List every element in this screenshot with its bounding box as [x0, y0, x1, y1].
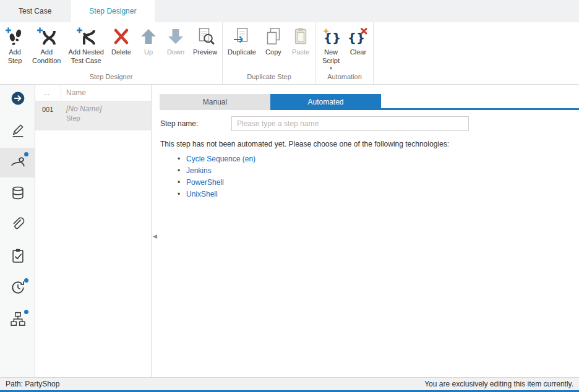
sidebar-item-history[interactable]: [0, 274, 35, 304]
ribbon-toolbar: Add Step Add Condition: [0, 22, 579, 85]
down-label: Down: [167, 48, 184, 57]
up-button: Up: [135, 22, 162, 57]
step-editor-panel: Manual Automated Step name: This step ha…: [152, 85, 579, 377]
ribbon-group-step-designer: Add Step Add Condition: [0, 22, 223, 84]
step-name-input[interactable]: [231, 116, 469, 131]
automation-message: This step has not been automated yet. Pl…: [160, 140, 579, 148]
technology-list: Cycle Sequence (en) Jenkins PowerShell U…: [178, 155, 579, 198]
dropdown-caret-icon[interactable]: ▾: [330, 66, 332, 70]
clear-button[interactable]: {} Clear: [345, 22, 372, 57]
status-bar: Path: PartyShop You are exclusively edit…: [0, 377, 579, 390]
copy-icon: [264, 27, 283, 46]
column-header-name: Name: [61, 88, 86, 97]
collapse-panel-arrow-icon[interactable]: ◀: [153, 233, 157, 239]
notification-dot: [24, 152, 28, 156]
paste-button: Paste: [287, 22, 314, 57]
ribbon-group-label-step-designer: Step Designer: [1, 73, 221, 84]
down-arrow-icon: [166, 27, 186, 46]
attachment-paperclip-icon: [10, 216, 26, 235]
duplicate-icon: [232, 27, 252, 46]
technology-item: PowerShell: [178, 178, 579, 187]
ribbon-group-duplicate-step: Duplicate Copy: [223, 22, 316, 84]
copy-button[interactable]: Copy: [260, 22, 287, 57]
tab-step-designer[interactable]: Step Designer: [71, 0, 155, 22]
clear-icon: {}: [348, 27, 368, 46]
clear-label: Clear: [350, 48, 366, 57]
sidebar-item-overview[interactable]: [0, 85, 35, 114]
tab-automated[interactable]: Automated: [270, 94, 381, 110]
up-label: Up: [144, 48, 153, 57]
step-number: 001: [35, 101, 61, 130]
delete-button[interactable]: Delete: [108, 22, 135, 57]
edit-pencil-icon: [10, 122, 26, 140]
technology-item: UnixShell: [178, 190, 579, 198]
step-row[interactable]: 001 [No Name] Step: [35, 101, 151, 130]
new-script-icon: {}: [321, 27, 341, 46]
technology-item: Jenkins: [178, 166, 579, 175]
history-clock-icon: [10, 279, 26, 298]
ribbon-group-automation: {} New Script ▾ {} Clear: [316, 22, 374, 84]
add-step-label: Add Step: [8, 48, 22, 66]
tab-underline: [381, 94, 579, 110]
preview-label: Preview: [193, 48, 217, 57]
status-editing-message: You are exclusively editing this item cu…: [424, 380, 573, 388]
test-steps-icon: [10, 153, 26, 172]
add-nested-test-case-label: Add Nested Test Case: [68, 48, 103, 66]
sidebar-item-steps[interactable]: [0, 148, 35, 177]
step-mode-tabs: Manual Automated: [152, 94, 579, 110]
ribbon-group-label-duplicate-step: Duplicate Step: [224, 73, 314, 84]
sidebar-item-hierarchy[interactable]: [0, 305, 35, 335]
technology-link-jenkins[interactable]: Jenkins: [186, 166, 212, 175]
add-nested-test-case-button[interactable]: Add Nested Test Case: [64, 22, 107, 66]
add-condition-button[interactable]: Add Condition: [28, 22, 64, 66]
left-icon-sidebar: [0, 85, 35, 377]
database-icon: [10, 185, 26, 203]
technology-link-cycle-sequence[interactable]: Cycle Sequence (en): [186, 155, 255, 163]
add-step-icon: [5, 27, 25, 46]
technology-item: Cycle Sequence (en): [178, 155, 579, 163]
add-condition-label: Add Condition: [32, 48, 61, 66]
circle-arrow-icon: [10, 90, 26, 109]
up-arrow-icon: [139, 27, 158, 46]
sidebar-item-attachments[interactable]: [0, 211, 35, 241]
tab-test-case[interactable]: Test Case: [0, 0, 71, 22]
delete-icon: [111, 27, 131, 46]
sidebar-item-tasks[interactable]: [0, 242, 35, 272]
new-script-button[interactable]: {} New Script ▾: [317, 22, 345, 70]
tab-manual[interactable]: Manual: [160, 94, 270, 110]
main-region: ... Name 001 [No Name] Step Manual Autom…: [0, 85, 579, 377]
technology-link-powershell[interactable]: PowerShell: [186, 178, 224, 187]
sidebar-item-data[interactable]: [0, 179, 35, 209]
paste-icon: [291, 27, 311, 46]
steps-grid: ... Name 001 [No Name] Step: [35, 85, 152, 377]
paste-label: Paste: [292, 48, 309, 57]
copy-label: Copy: [265, 48, 281, 57]
notification-dot: [24, 278, 28, 283]
technology-link-unixshell[interactable]: UnixShell: [186, 190, 218, 198]
column-header-number: ...: [35, 85, 61, 101]
automation-form: Step name: This step has not been automa…: [152, 110, 579, 202]
notification-dot: [24, 310, 28, 314]
duplicate-label: Duplicate: [228, 48, 256, 57]
add-nested-test-case-icon: [76, 27, 96, 46]
hierarchy-sitemap-icon: [10, 311, 26, 330]
duplicate-button[interactable]: Duplicate: [224, 22, 260, 57]
step-type: Step: [66, 114, 101, 122]
new-script-label: New Script: [322, 48, 340, 66]
clipboard-check-icon: [10, 248, 26, 266]
add-condition-icon: [36, 27, 56, 46]
add-step-button[interactable]: Add Step: [1, 22, 28, 66]
step-name: [No Name]: [66, 104, 101, 113]
preview-icon: [195, 27, 215, 46]
delete-label: Delete: [111, 48, 131, 57]
app-window: Test Case Step Designer Add Ste: [0, 0, 579, 392]
sidebar-item-edit[interactable]: [0, 116, 35, 146]
ribbon-group-label-automation: Automation: [317, 73, 372, 84]
down-button: Down: [162, 22, 189, 57]
document-tabbar: Test Case Step Designer: [0, 0, 579, 22]
status-path: Path: PartyShop: [6, 380, 59, 388]
step-name-label: Step name:: [160, 119, 231, 128]
steps-grid-header: ... Name: [35, 85, 151, 101]
preview-button[interactable]: Preview: [189, 22, 221, 57]
